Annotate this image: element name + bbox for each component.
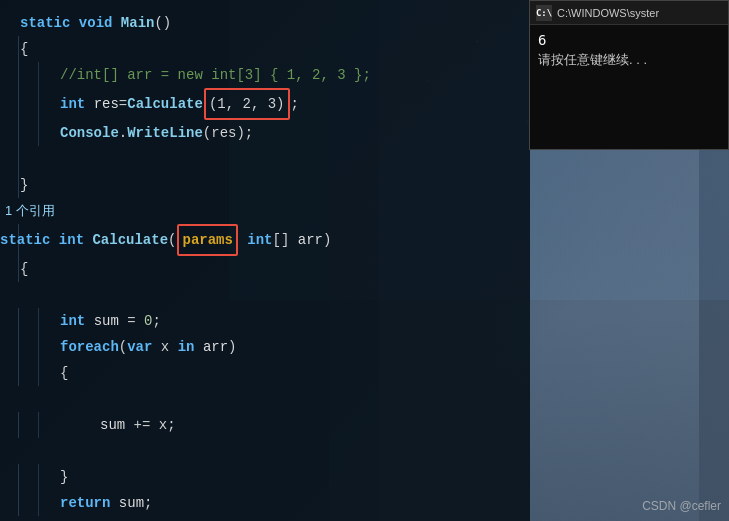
keyword-return: return [60, 490, 110, 516]
code-line-3: //int[] arr = new int[3] { 1, 2, 3 }; [0, 62, 530, 88]
keyword-int-3: int [247, 227, 272, 253]
terminal-body: 6 请按任意键继续. . . [530, 25, 728, 75]
code-line-9: static int Calculate ( params int [] arr… [0, 224, 530, 256]
code-content-10: { [0, 256, 520, 282]
method-main: Main [121, 10, 155, 36]
terminal-icon: C:\ [536, 5, 552, 21]
code-content-18: } [0, 464, 520, 490]
code-line-13: foreach ( var x in arr ) [0, 334, 530, 360]
ref-label-line: 1 个引用 [0, 198, 530, 224]
code-line-7: } [0, 172, 530, 198]
code-content-9: static int Calculate ( params int [] arr… [0, 224, 520, 256]
var-sum: sum [94, 308, 119, 334]
code-content-4: int res = Calculate (1, 2, 3) ; [0, 88, 520, 120]
terminal-output-press-key: 请按任意键继续. . . [538, 50, 720, 70]
terminal-title: C:\WINDOWS\syster [557, 7, 659, 19]
code-line-20 [0, 516, 530, 521]
close-brace-2: } [60, 464, 68, 490]
code-line-18: } [0, 464, 530, 490]
code-line-10: { [0, 256, 530, 282]
num-zero: 0 [144, 308, 152, 334]
code-line-5: Console . WriteLine (res); [0, 120, 530, 146]
method-writeline: WriteLine [127, 120, 203, 146]
method-calculate: Calculate [127, 91, 203, 117]
keyword-static: static [20, 10, 70, 36]
code-line-17 [0, 438, 530, 464]
terminal-icon-text: C:\ [536, 8, 552, 18]
code-line-19: return sum ; [0, 490, 530, 516]
ref-label-text: 1 个引用 [5, 198, 520, 224]
watermark: CSDN @cefler [642, 499, 721, 513]
keyword-in: in [178, 334, 195, 360]
keyword-int-1: int [60, 91, 85, 117]
highlight-params: params [177, 224, 237, 256]
keyword-static-2: static [0, 227, 50, 253]
code-line-1: static void Main () [0, 10, 530, 36]
code-content-13: foreach ( var x in arr ) [0, 334, 520, 360]
code-content-14: { [0, 360, 520, 386]
code-content-2: { [0, 36, 520, 62]
terminal-titlebar: C:\ C:\WINDOWS\syster [530, 1, 728, 25]
comment-arr: //int[] arr = new int[3] { 1, 2, 3 }; [60, 62, 371, 88]
code-line-2: { [0, 36, 530, 62]
code-content-19: return sum ; [0, 490, 520, 516]
keyword-params: params [182, 227, 232, 253]
terminal-output-number: 6 [538, 30, 720, 50]
terminal-window: C:\ C:\WINDOWS\syster 6 请按任意键继续. . . [529, 0, 729, 150]
close-brace-1: } [20, 172, 28, 198]
var-res: res [94, 91, 119, 117]
code-editor: static void Main () { //int[] arr = new … [0, 0, 530, 521]
method-console: Console [60, 120, 119, 146]
open-brace-2: { [20, 256, 28, 282]
code-content-5: Console . WriteLine (res); [0, 120, 520, 146]
method-calculate-2: Calculate [92, 227, 168, 253]
code-content-16: sum += x; [0, 412, 520, 438]
args-text: (1, 2, 3) [209, 91, 285, 117]
highlight-args: (1, 2, 3) [204, 88, 290, 120]
var-arr: arr [298, 227, 323, 253]
keyword-foreach: foreach [60, 334, 119, 360]
punct-parens: () [154, 10, 171, 36]
var-sum-2: sum [100, 412, 125, 438]
code-content-1: static void Main () [0, 10, 520, 36]
code-line-12: int sum = 0 ; [0, 308, 530, 334]
keyword-var: var [127, 334, 152, 360]
keyword-int-2: int [59, 227, 84, 253]
main-container: static void Main () { //int[] arr = new … [0, 0, 729, 521]
code-content-7: } [0, 172, 520, 198]
code-line-16: sum += x; [0, 412, 530, 438]
var-sum-3: sum [119, 490, 144, 516]
keyword-void: void [79, 10, 113, 36]
code-content-3: //int[] arr = new int[3] { 1, 2, 3 }; [0, 62, 520, 88]
code-content-12: int sum = 0 ; [0, 308, 520, 334]
open-brace-3: { [60, 360, 68, 386]
code-line-15 [0, 386, 530, 412]
code-line-11 [0, 282, 530, 308]
code-line-4: int res = Calculate (1, 2, 3) ; [0, 88, 530, 120]
var-arr-2: arr [203, 334, 228, 360]
code-line-14: { [0, 360, 530, 386]
keyword-int-sum: int [60, 308, 85, 334]
code-line-6 [0, 146, 530, 172]
open-brace-1: { [20, 36, 28, 62]
